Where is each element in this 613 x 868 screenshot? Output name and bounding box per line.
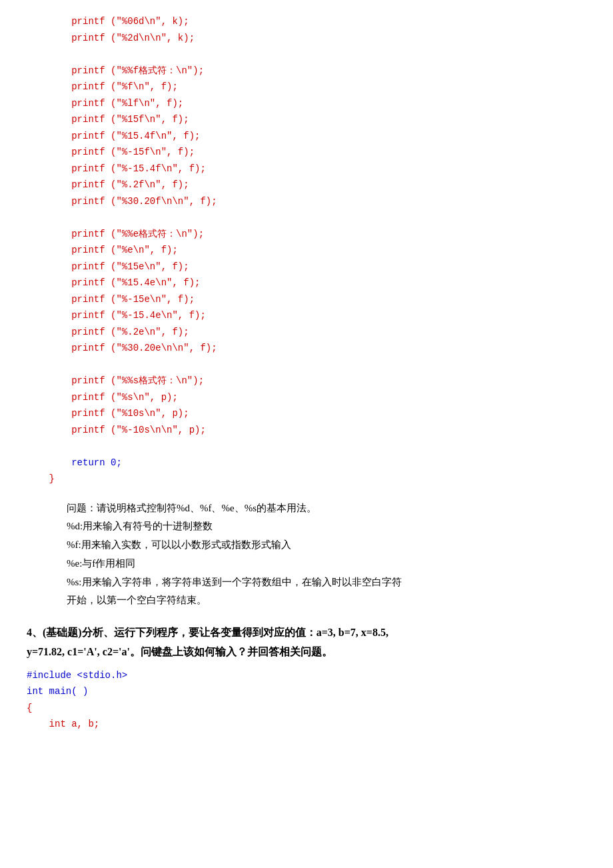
section-title-line2: y=71.82, c1='A', c2='a'。问键盘上该如何输入？并回答相关问… [27,646,332,657]
code-line-2: printf ("%2d\n\n", k); [27,30,586,47]
code-line-17: printf ("%15.4e\n", f); [27,275,586,291]
section-title-text: 分析、运行下列程序，要让各变量得到对应的值：a=3, b=7, x=8.5, [82,627,388,638]
code-section-1: printf ("%06d\n", k); printf ("%2d\n\n",… [27,13,586,487]
question-section: 问题：请说明格式控制符%d、%f、%e、%s的基本用法。 %d:用来输入有符号的… [27,499,586,611]
answer-d: %d:用来输入有符号的十进制整数 [67,521,213,531]
code-line-20: printf ("%.2e\n", f); [27,324,586,341]
code-line-3 [27,46,586,63]
code2-open-brace: { [27,700,586,717]
code-line-23: printf ("%%s格式符：\n"); [27,373,586,389]
code-line-9: printf ("%-15f\n", f); [27,144,586,161]
code-line-10: printf ("%-15.4f\n", f); [27,161,586,177]
answer-e: %e:与f作用相同 [67,558,135,569]
code2-int-ab: int a, b; [27,716,586,733]
code-line-14: printf ("%%e格式符：\n"); [27,226,586,243]
section-number: 4、 [27,627,43,638]
code-line-7: printf ("%15f\n", f); [27,111,586,128]
code-line-15: printf ("%e\n", f); [27,242,586,259]
answer-s: %s:用来输入字符串，将字符串送到一个字符数组中，在输入时以非空白字符 [67,577,402,587]
code-line-27 [27,438,586,455]
code-line-21: printf ("%30.20e\n\n", f); [27,340,586,357]
code-line-5: printf ("%f\n", f); [27,79,586,95]
question-label: 问题：请说明格式控制符%d、%f、%e、%s的基本用法。 [67,503,316,513]
code-line-24: printf ("%s\n", p); [27,389,586,406]
answer-s-continued: 开始，以第一个空白字符结束。 [67,595,207,605]
code-line-12: printf ("%30.20f\n\n", f); [27,193,586,210]
code-line-6: printf ("%lf\n", f); [27,95,586,112]
code-line-13 [27,209,586,226]
code-line-16: printf ("%15e\n", f); [27,259,586,275]
code-line-return: return 0; [27,455,586,471]
code-line-8: printf ("%15.4f\n", f); [27,128,586,145]
code-line-19: printf ("%-15.4e\n", f); [27,307,586,324]
code-line-4: printf ("%%f格式符：\n"); [27,63,586,79]
code-line-18: printf ("%-15e\n", f); [27,291,586,308]
code-section-2: #include <stdio.h> int main( ) { int a, … [27,667,586,733]
code-line-25: printf ("%10s\n", p); [27,405,586,422]
section-bold-label: (基础题) [43,627,82,638]
code-line-26: printf ("%-10s\n\n", p); [27,422,586,439]
code2-main: int main( ) [27,683,586,700]
question-text: 问题：请说明格式控制符%d、%f、%e、%s的基本用法。 %d:用来输入有符号的… [27,499,586,611]
code-line-22 [27,357,586,373]
code-line-11: printf ("%.2f\n", f); [27,177,586,193]
code-line-brace: } [27,471,586,487]
section-4-title: 4、(基础题)分析、运行下列程序，要让各变量得到对应的值：a=3, b=7, x… [27,623,586,662]
answer-f: %f:用来输入实数，可以以小数形式或指数形式输入 [67,539,291,550]
code-line-1: printf ("%06d\n", k); [27,13,586,30]
code2-include: #include <stdio.h> [27,667,586,684]
